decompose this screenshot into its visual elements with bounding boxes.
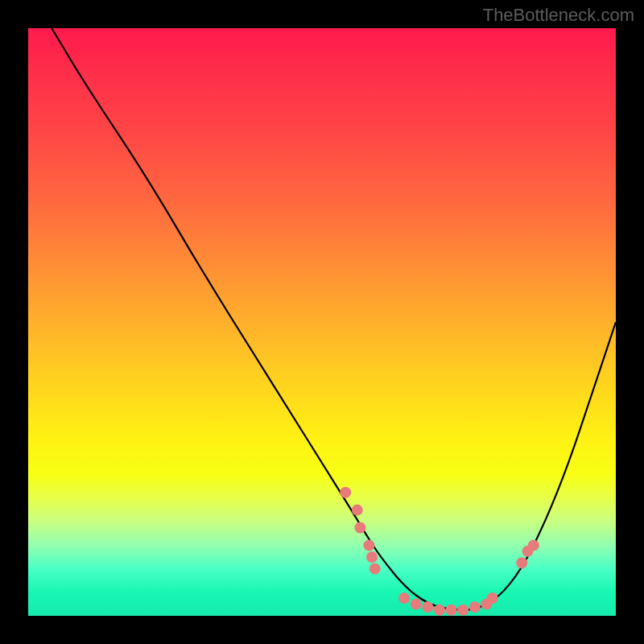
scatter-dot (422, 601, 433, 613)
scatter-dot (434, 605, 445, 616)
watermark-text: TheBottleneck.com (483, 5, 634, 26)
scatter-dot (457, 605, 469, 616)
scatter-dot (411, 598, 422, 609)
scatter-dots (340, 487, 539, 616)
plot-area (28, 28, 616, 616)
scatter-dot (516, 557, 527, 568)
scatter-dot (398, 592, 410, 604)
scatter-dot (354, 522, 365, 534)
scatter-dot (369, 564, 381, 575)
scatter-dot (366, 551, 378, 563)
chart-container: TheBottleneck.com (0, 0, 644, 644)
scatter-dot (446, 605, 457, 616)
curve-layer (52, 28, 616, 610)
scatter-dot (469, 601, 481, 613)
scatter-dot (528, 539, 539, 551)
scatter-dot (363, 539, 374, 551)
scatter-dot (340, 487, 351, 498)
bottleneck-curve-path (52, 28, 616, 610)
scatter-dot (487, 592, 498, 604)
curve-svg (28, 28, 616, 616)
scatter-dot (352, 505, 363, 516)
